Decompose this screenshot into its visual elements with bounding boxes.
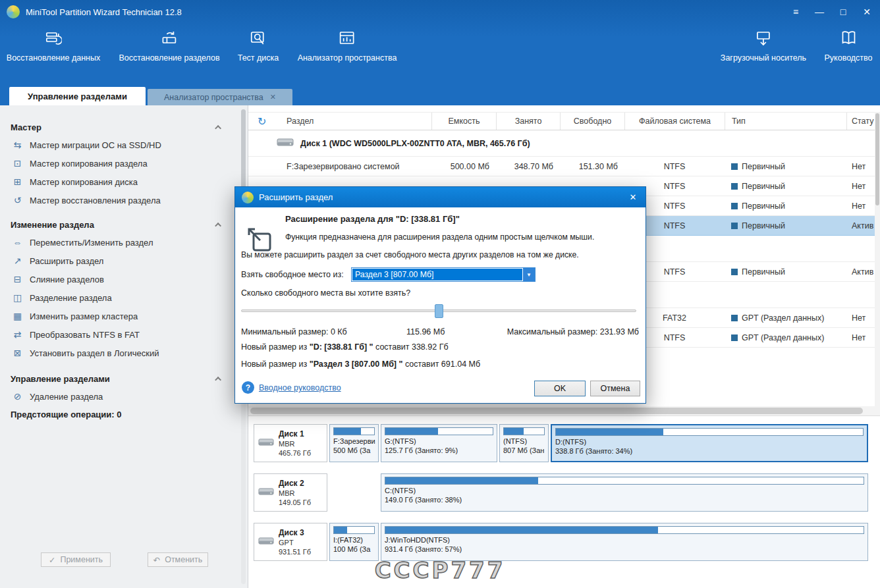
column-header-free[interactable]: Свободно [560, 113, 624, 130]
table-row-disk-1[interactable]: Диск 1 (WDC WD5000LPLX-00ZNTT0 ATA, MBR,… [248, 130, 875, 157]
cell-used: 348.70 Мб [496, 157, 560, 176]
sidebar-item-label: Разделение раздела [30, 293, 112, 303]
partition-box-g[interactable]: G:(NTFS) 125.7 Гб (Занято: 9%) [381, 424, 497, 462]
scrollbar-thumb[interactable] [250, 408, 863, 414]
sidebar-item-cluster-size[interactable]: ▦ Изменить размер кластера [0, 307, 248, 325]
partition-box-i[interactable]: I:(FAT32) 100 Мб (За [329, 523, 379, 561]
chevron-down-icon[interactable]: ▼ [523, 268, 535, 281]
convert-ntfs-fat-icon: ⇄ [12, 329, 23, 340]
column-header-status[interactable]: Стату [846, 113, 875, 130]
help-icon[interactable]: ? [242, 381, 254, 394]
disk-icon [258, 437, 274, 450]
check-icon: ✓ [49, 555, 55, 565]
vertical-scrollbar[interactable] [875, 112, 880, 415]
partition-box-d-selected[interactable]: D:(NTFS) 338.8 Гб (Занято: 34%) [551, 424, 868, 462]
sidebar-item-label: Слияние разделов [30, 275, 104, 284]
watermark: СССР777 [375, 557, 506, 583]
sidebar-item-split-partition[interactable]: ◫ Разделение раздела [0, 288, 248, 307]
partition-size: 807 Мб (Зан [500, 446, 548, 455]
cell-status: Нет [846, 176, 875, 196]
tab-label: Анализатор пространства [164, 93, 263, 102]
cell-filesystem: NTFS [624, 157, 725, 176]
column-header-capacity[interactable]: Емкость [431, 113, 496, 130]
ok-button[interactable]: OK [534, 381, 586, 396]
sidebar-section-partition-management[interactable]: Управление разделами [0, 370, 248, 387]
disk-1-label[interactable]: Диск 1 MBR 465.76 Гб [254, 424, 327, 462]
min-size-label: Минимальный размер: 0 Кб [241, 327, 347, 336]
collapse-chevron-icon[interactable] [215, 124, 221, 131]
menu-icon[interactable]: ≡ [789, 7, 802, 17]
partition-name: D:(NTFS) [552, 437, 867, 446]
disk-2-label[interactable]: Диск 2 MBR 149.05 Гб [254, 473, 327, 512]
column-header-used[interactable]: Занято [496, 113, 560, 130]
partition-size: 100 Мб (За [330, 545, 378, 554]
toolbar-label: Анализатор пространства [298, 53, 397, 63]
toolbar-item-data-recovery[interactable]: Восстановление данных [7, 30, 100, 63]
minimize-button[interactable]: — [813, 7, 826, 17]
tab-partition-management[interactable]: Управление разделами [9, 87, 146, 105]
sidebar-item-label: Расширить раздел [30, 256, 103, 266]
disk-3-label[interactable]: Диск 3 GPT 931.51 Гб [254, 523, 327, 561]
toolbar-item-partition-recovery[interactable]: Восстановление разделов [119, 30, 219, 63]
partition-box-unnamed[interactable]: (NTFS) 807 Мб (Зан [499, 424, 549, 462]
partition-box-c[interactable]: C:(NTFS) 149.0 Гб (Занято: 38%) [381, 473, 868, 512]
sidebar-item-copy-disk[interactable]: ⊞ Мастер копирования диска [0, 173, 248, 191]
undo-button[interactable]: ↶ Отменить [148, 552, 208, 567]
column-header-type[interactable]: Тип [725, 113, 846, 130]
maximize-button[interactable]: □ [837, 7, 850, 17]
cancel-button[interactable]: Отмена [590, 381, 640, 396]
slider-handle[interactable] [435, 304, 443, 318]
disk-name: Диск 3 [279, 528, 311, 538]
dialog-close-icon[interactable]: ✕ [627, 192, 639, 202]
toolbar-item-disk-test[interactable]: Тест диска [238, 30, 279, 63]
toolbar-item-bootable-media[interactable]: Загрузочный носитель [721, 30, 806, 63]
partition-select-dropdown[interactable]: Раздел 3 [807.00 Мб] ▼ [351, 267, 536, 282]
type-color-square [731, 315, 738, 321]
disk-map-row-3: Диск 3 GPT 931.51 Гб I:(FAT32) 100 Мб (З… [248, 523, 880, 562]
sidebar-item-set-logical[interactable]: ⊠ Установить раздел в Логический [0, 344, 248, 362]
tab-close-icon[interactable]: ✕ [270, 93, 276, 101]
cell-capacity: 500.00 Мб [431, 157, 496, 176]
horizontal-scrollbar[interactable] [248, 406, 875, 415]
toolbar-item-guide[interactable]: Руководство [824, 30, 872, 63]
sidebar-item-delete-partition[interactable]: ⊘ Удаление раздела [0, 387, 248, 406]
sidebar-item-convert-ntfs-fat[interactable]: ⇄ Преобразовать NTFS в FAT [0, 325, 248, 344]
disk-icon [258, 535, 274, 548]
close-button[interactable]: ✕ [860, 7, 873, 17]
collapse-chevron-icon[interactable] [215, 222, 221, 228]
sidebar-item-merge-partitions[interactable]: ⊟ Слияние разделов [0, 270, 248, 288]
partition-size: 125.7 Гб (Занято: 9%) [381, 446, 497, 455]
partition-box-j[interactable]: J:WinToHDD(NTFS) 931.4 Гб (Занято: 57%) [381, 523, 868, 561]
intro-guide-link[interactable]: Вводное руководство [259, 383, 341, 392]
cell-status: Нет [846, 308, 875, 327]
type-color-square [731, 223, 738, 229]
app-title: MiniTool Partition Wizard Technician 12.… [26, 7, 182, 17]
sidebar-item-copy-partition[interactable]: ⊡ Мастер копирования раздела [0, 154, 248, 173]
partition-name: C:(NTFS) [381, 486, 867, 495]
cell-free: 151.30 Мб [560, 157, 624, 176]
tab-space-analyzer[interactable]: Анализатор пространства ✕ [148, 89, 292, 105]
sidebar-item-extend-partition[interactable]: ↗ Расширить раздел [0, 252, 248, 270]
partition-box-f[interactable]: F:Зарезерви 500 Мб (За [329, 424, 379, 462]
column-header-partition[interactable]: Раздел [248, 113, 431, 130]
dialog-description-2: Вы можете расширить раздел за счет свобо… [241, 250, 579, 259]
scrollbar-thumb[interactable] [875, 113, 879, 205]
sidebar-item-move-resize[interactable]: ⇔ Переместить/Изменить раздел [0, 233, 248, 252]
dropdown-selected-value[interactable]: Раздел 3 [807.00 Мб] [352, 269, 522, 281]
sidebar-item-migrate-os[interactable]: ⇆ Мастер миграции ОС на SSD/HD [0, 136, 248, 154]
apply-button[interactable]: ✓ Применить [41, 552, 111, 567]
table-row-partition-f[interactable]: F:Зарезервировано системой 500.00 Мб 348… [248, 157, 875, 176]
column-header-filesystem[interactable]: Файловая система [624, 113, 725, 130]
sidebar-section-change-partition[interactable]: Изменение раздела [0, 216, 248, 233]
cell-status: Нет [846, 328, 875, 347]
sidebar-section-wizard[interactable]: Мастер [0, 119, 248, 136]
collapse-chevron-icon[interactable] [215, 376, 221, 383]
sidebar-item-partition-recovery-wizard[interactable]: ↺ Мастер восстановления раздела [0, 191, 248, 209]
cell-partition: F:Зарезервировано системой [248, 157, 431, 176]
space-slider[interactable] [241, 309, 636, 312]
table-header: ↻ Раздел Емкость Занято Свободно Файлова… [248, 112, 875, 130]
toolbar-item-space-analyzer[interactable]: Анализатор пространства [298, 30, 397, 63]
cell-status: Актив [846, 216, 875, 235]
pending-operations: Предстоящие операции: 0 [0, 406, 248, 421]
partition-name: J:WinToHDD(NTFS) [381, 535, 867, 545]
